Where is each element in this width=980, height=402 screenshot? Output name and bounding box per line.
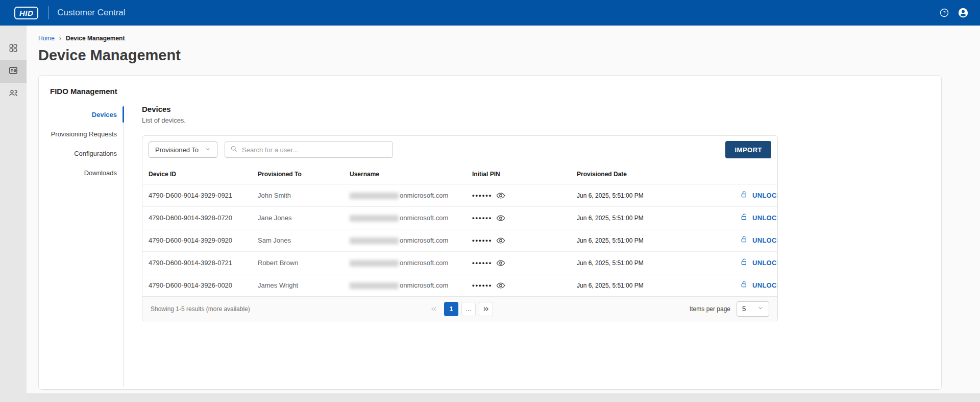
initial-pin-cell: •••••• xyxy=(464,229,569,252)
provisioned-date-cell: Jun 6, 2025, 5:51:00 PM xyxy=(569,252,732,274)
reveal-pin-eye-icon[interactable] xyxy=(496,281,505,290)
pin-mask: •••••• xyxy=(472,192,492,199)
provisioned-date-cell: Jun 6, 2025, 5:51:00 PM xyxy=(569,274,732,297)
sidebar-item-dashboard[interactable] xyxy=(0,38,27,60)
subnav-label: Devices xyxy=(92,111,117,119)
initial-pin-cell: •••••• xyxy=(464,274,569,297)
breadcrumb: Home › Device Management xyxy=(38,26,942,42)
action-cell: UNLOCK xyxy=(732,274,778,297)
subnav-label: Configurations xyxy=(74,150,117,157)
subnav-label: Provisioning Requests xyxy=(51,130,117,138)
username-cell: onmicrosoft.com xyxy=(341,184,464,207)
unlock-label: UNLOCK xyxy=(752,259,778,267)
table-row: 4790-D600-9014-3929-0921 John Smith onmi… xyxy=(142,184,778,207)
username-suffix: onmicrosoft.com xyxy=(400,214,448,222)
chevron-down-icon xyxy=(757,305,764,313)
reveal-pin-eye-icon[interactable] xyxy=(496,191,505,200)
devices-toolbar: Provisioned To IMP xyxy=(142,136,777,163)
provisioned-to-filter-dropdown[interactable]: Provisioned To xyxy=(149,141,217,158)
redacted-username-blur xyxy=(350,282,399,289)
sidebar-item-device-management[interactable] xyxy=(0,60,27,83)
username-suffix: onmicrosoft.com xyxy=(400,237,448,244)
subnav-item-provisioning-requests[interactable]: Provisioning Requests xyxy=(39,124,123,144)
username-cell: onmicrosoft.com xyxy=(341,252,464,274)
lock-open-icon xyxy=(740,191,748,200)
filter-label: Provisioned To xyxy=(155,146,199,154)
page-number-button[interactable]: 1 xyxy=(444,302,458,316)
unlock-label: UNLOCK xyxy=(752,214,778,222)
unlock-button[interactable]: UNLOCK xyxy=(740,213,778,223)
import-button[interactable]: IMPORT xyxy=(725,141,771,158)
hid-logo-text: HID xyxy=(19,9,33,17)
initial-pin-cell: •••••• xyxy=(464,184,569,207)
action-cell: UNLOCK xyxy=(732,229,778,252)
table-row: 4790-D600-9014-3926-0020 James Wright on… xyxy=(142,274,778,297)
provisioned-to-cell: Robert Brown xyxy=(250,252,341,274)
chevron-down-icon xyxy=(205,146,211,154)
subnav-item-devices[interactable]: Devices xyxy=(39,105,123,124)
username-suffix: onmicrosoft.com xyxy=(400,192,448,199)
help-icon[interactable]: ? xyxy=(939,8,949,18)
col-header-actions xyxy=(732,163,778,184)
breadcrumb-home-link[interactable]: Home xyxy=(38,35,55,42)
reveal-pin-eye-icon[interactable] xyxy=(496,258,505,268)
reveal-pin-eye-icon[interactable] xyxy=(496,236,505,245)
redacted-username-blur xyxy=(350,260,399,267)
sidebar xyxy=(0,26,27,402)
lock-open-icon xyxy=(740,213,748,223)
search-icon xyxy=(230,145,238,155)
provisioned-date-cell: Jun 6, 2025, 5:51:00 PM xyxy=(569,184,732,207)
action-cell: UNLOCK xyxy=(732,207,778,229)
app-header: HID Customer Central ? xyxy=(0,0,980,26)
items-per-page: Items per page 5 xyxy=(493,301,769,317)
table-row: 4790-D600-9014-3929-0920 Sam Jones onmic… xyxy=(142,229,778,252)
initial-pin-cell: •••••• xyxy=(464,207,569,229)
lock-open-icon xyxy=(740,235,748,245)
action-cell: UNLOCK xyxy=(732,184,778,207)
page-ellipsis-button[interactable]: ... xyxy=(461,302,476,316)
provisioned-to-cell: Jane Jones xyxy=(250,207,341,229)
app-title: Customer Central xyxy=(57,8,125,18)
account-icon[interactable] xyxy=(958,7,969,18)
card-title: FIDO Management xyxy=(39,87,941,96)
next-page-icon[interactable] xyxy=(479,302,493,316)
main-content: Home › Device Management Device Manageme… xyxy=(27,26,980,393)
username-suffix: onmicrosoft.com xyxy=(400,259,448,267)
subnav-item-downloads[interactable]: Downloads xyxy=(39,163,123,182)
lock-open-icon xyxy=(740,258,748,268)
device-id-cell: 4790-D600-9014-3928-0721 xyxy=(142,252,250,274)
col-header-username: Username xyxy=(341,163,464,184)
svg-text:?: ? xyxy=(943,10,945,15)
unlock-button[interactable]: UNLOCK xyxy=(740,235,778,245)
provisioned-date-cell: Jun 6, 2025, 5:51:00 PM xyxy=(569,207,732,229)
device-badge-icon xyxy=(8,65,18,78)
initial-pin-cell: •••••• xyxy=(464,252,569,274)
unlock-button[interactable]: UNLOCK xyxy=(740,280,778,290)
username-cell: onmicrosoft.com xyxy=(341,229,464,252)
sidebar-item-users[interactable] xyxy=(0,83,27,105)
unlock-label: UNLOCK xyxy=(752,192,778,199)
items-per-page-label: Items per page xyxy=(690,305,730,313)
header-actions: ? xyxy=(939,7,969,18)
items-per-page-select[interactable]: 5 xyxy=(737,301,769,317)
header-divider xyxy=(48,6,49,19)
username-suffix: onmicrosoft.com xyxy=(400,281,448,289)
reveal-pin-eye-icon[interactable] xyxy=(496,214,505,223)
device-id-cell: 4790-D600-9014-3928-0720 xyxy=(142,207,250,229)
fido-management-card: FIDO Management Devices Provisioning Req… xyxy=(38,75,942,390)
section-title: Devices xyxy=(142,105,941,113)
unlock-label: UNLOCK xyxy=(752,281,778,289)
provisioned-to-cell: James Wright xyxy=(250,274,341,297)
subnav-item-configurations[interactable]: Configurations xyxy=(39,144,123,163)
unlock-button[interactable]: UNLOCK xyxy=(740,191,778,200)
fido-subnav: Devices Provisioning Requests Configurat… xyxy=(39,105,124,387)
search-input[interactable] xyxy=(242,146,387,154)
action-cell: UNLOCK xyxy=(732,252,778,274)
unlock-button[interactable]: UNLOCK xyxy=(740,258,778,268)
pin-mask: •••••• xyxy=(472,214,492,222)
table-footer: Showing 1-5 results (more available) 1 .… xyxy=(142,296,777,321)
col-header-initial-pin: Initial PIN xyxy=(464,163,569,184)
table-row: 4790-D600-9014-3928-0721 Robert Brown on… xyxy=(142,252,778,274)
subnav-label: Downloads xyxy=(84,169,117,177)
previous-page-icon[interactable] xyxy=(427,302,441,316)
